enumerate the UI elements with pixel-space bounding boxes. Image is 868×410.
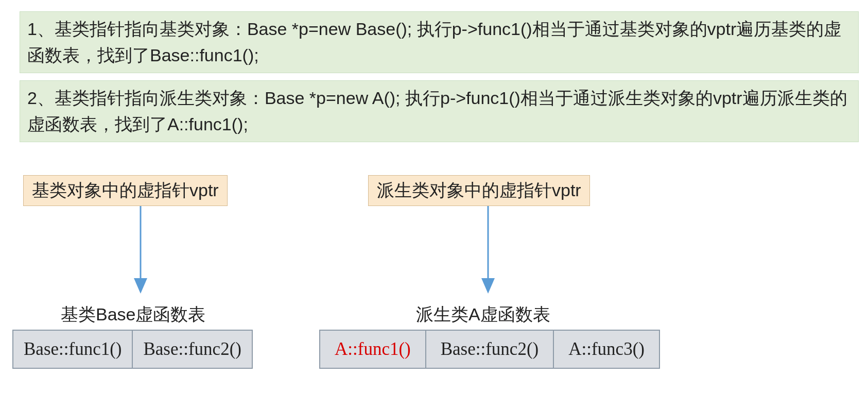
arrow-line-icon [140, 206, 142, 281]
arrow-line-icon [488, 206, 489, 281]
arrow-derived [478, 206, 498, 296]
vtable-base-title: 基类Base虚函数表 [61, 303, 206, 327]
paragraph-2: 2、基类指针指向派生类对象：Base *p=new A(); 执行p->func… [20, 80, 859, 142]
vtable-cell: Base::func1() [13, 330, 132, 368]
arrow-base [130, 206, 151, 296]
vtable-cell: Base::func2() [132, 330, 252, 368]
vtable-base: Base::func1() Base::func2() [12, 330, 253, 369]
vptr-base-label: 基类对象中的虚指针vptr [23, 175, 228, 206]
arrow-head-icon [134, 278, 147, 294]
vtable-derived-title: 派生类A虚函数表 [416, 303, 550, 327]
vptr-derived-label: 派生类对象中的虚指针vptr [368, 175, 590, 206]
arrow-head-icon [481, 278, 495, 294]
vtable-cell-highlight: A::func1() [320, 330, 426, 368]
paragraph-1: 1、基类指针指向基类对象：Base *p=new Base(); 执行p->fu… [20, 11, 859, 73]
vtable-cell: A::func3() [553, 330, 659, 368]
vtable-derived: A::func1() Base::func2() A::func3() [319, 330, 660, 369]
vtable-cell: Base::func2() [426, 330, 553, 368]
